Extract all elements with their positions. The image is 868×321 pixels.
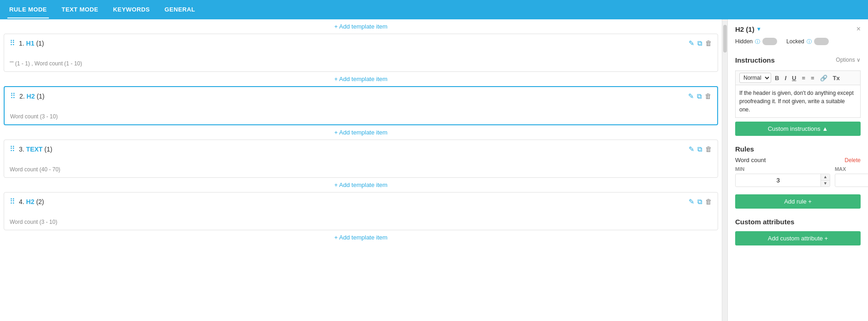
copy-icon-4[interactable]: ⧉ — [697, 198, 702, 206]
block-type-1: H1 — [26, 40, 35, 47]
close-button[interactable]: × — [856, 25, 861, 33]
block-title-row-1: ⠿ 1. H1 (1) — [10, 39, 44, 47]
block-count-2: (1) — [36, 93, 44, 100]
block-title-row-3: ⠿ 3. TEXT (1) — [10, 145, 52, 153]
block-meta-1: "" (1 - 1) , Word count (1 - 10) — [10, 60, 712, 67]
block-title-row-2: ⠿ 2. H2 (1) — [10, 92, 45, 100]
clear-format-button[interactable]: Tx — [831, 74, 842, 82]
right-panel-header: H2 (1) ▾ × — [735, 25, 861, 33]
block-title-1: 1. H1 (1) — [19, 40, 44, 47]
edit-icon-2[interactable]: ✎ — [688, 92, 694, 100]
drag-handle-4[interactable]: ⠿ — [10, 197, 15, 206]
max-input-group: ▲ ▼ — [835, 174, 868, 187]
min-group: MIN ▲ ▼ — [735, 166, 830, 187]
max-label: MAX — [835, 166, 868, 172]
edit-icon-4[interactable]: ✎ — [689, 198, 695, 206]
block-actions-3: ✎ ⧉ 🗑 — [689, 145, 712, 153]
link-button[interactable]: 🔗 — [818, 74, 829, 82]
edit-icon-1[interactable]: ✎ — [689, 39, 695, 47]
block-meta-2: Word count (3 - 10) — [10, 113, 712, 120]
block-count-3: (1) — [44, 146, 52, 153]
unordered-list-button[interactable]: ≡ — [809, 74, 816, 82]
word-count-row: Word count Delete — [735, 157, 861, 163]
toggle-row: Hidden ⓘ Locked ⓘ — [735, 38, 861, 45]
min-decrement[interactable]: ▼ — [821, 181, 830, 187]
add-custom-attribute-button[interactable]: Add custom attribute + — [735, 231, 861, 245]
delete-icon-2[interactable]: 🗑 — [705, 92, 712, 100]
drag-handle-2[interactable]: ⠿ — [10, 92, 16, 100]
block-header-3: ⠿ 3. TEXT (1) ✎ ⧉ 🗑 — [10, 145, 712, 153]
copy-icon-2[interactable]: ⧉ — [697, 92, 702, 100]
block-type-2: H2 — [27, 93, 35, 100]
instructions-text-area[interactable]: If the header is given, don't do anythin… — [735, 85, 861, 118]
min-max-row: MIN ▲ ▼ MAX ▲ ▼ — [735, 166, 861, 187]
min-label: MIN — [735, 166, 830, 172]
min-increment[interactable]: ▲ — [821, 174, 830, 181]
delete-rule-button[interactable]: Delete — [844, 157, 861, 163]
drag-handle-1[interactable]: ⠿ — [10, 39, 15, 47]
hidden-info-icon[interactable]: ⓘ — [755, 38, 760, 45]
block-meta-3: Word count (40 - 70) — [10, 166, 712, 173]
block-actions-2: ✎ ⧉ 🗑 — [688, 92, 712, 100]
block-header-4: ⠿ 4. H2 (2) ✎ ⧉ 🗑 — [10, 197, 712, 206]
underline-button[interactable]: U — [790, 74, 798, 82]
add-rule-button[interactable]: Add rule + — [735, 194, 861, 209]
custom-instructions-button[interactable]: Custom instructions ▲ — [735, 122, 861, 136]
add-template-item-top[interactable]: + Add template item — [0, 19, 722, 34]
block-title-2: 2. H2 (1) — [19, 93, 45, 100]
drag-handle-3[interactable]: ⠿ — [10, 145, 15, 153]
add-template-item-3[interactable]: + Add template item — [0, 125, 722, 140]
custom-attributes-title: Custom attributes — [735, 218, 861, 226]
ordered-list-button[interactable]: ≡ — [800, 74, 807, 82]
bold-button[interactable]: B — [773, 74, 781, 82]
block-title-3: 3. TEXT (1) — [19, 146, 52, 153]
block-text-1: ⠿ 3. TEXT (1) ✎ ⧉ 🗑 Word count (40 - 70) — [4, 140, 718, 178]
nav-text-mode[interactable]: TEXT MODE — [60, 1, 100, 18]
block-header-2: ⠿ 2. H2 (1) ✎ ⧉ 🗑 — [10, 92, 712, 100]
delete-icon-1[interactable]: 🗑 — [705, 39, 712, 47]
edit-icon-3[interactable]: ✎ — [689, 145, 695, 153]
locked-toggle-switch[interactable] — [814, 38, 829, 45]
copy-icon-1[interactable]: ⧉ — [697, 39, 702, 47]
right-panel-title: H2 (1) ▾ — [735, 25, 760, 33]
block-h2-2: ⠿ 4. H2 (2) ✎ ⧉ 🗑 Word count (3 - 10) — [4, 192, 718, 230]
block-meta-4: Word count (3 - 10) — [10, 219, 712, 225]
title-dropdown-arrow[interactable]: ▾ — [757, 26, 760, 32]
format-select[interactable]: Normal — [739, 73, 771, 83]
top-navigation: RULE MODE TEXT MODE KEYWORDS GENERAL — [0, 0, 868, 19]
nav-general[interactable]: GENERAL — [163, 1, 197, 18]
hidden-toggle-switch[interactable] — [762, 38, 777, 45]
block-number-2: 2. — [19, 93, 25, 100]
min-input[interactable] — [736, 175, 820, 186]
delete-icon-3[interactable]: 🗑 — [705, 145, 712, 153]
block-header-1: ⠿ 1. H1 (1) ✎ ⧉ 🗑 — [10, 39, 712, 47]
options-dropdown[interactable]: Options ∨ — [836, 57, 861, 63]
locked-info-icon[interactable]: ⓘ — [807, 38, 812, 45]
italic-button[interactable]: I — [783, 74, 788, 82]
max-group: MAX ▲ ▼ — [835, 166, 868, 187]
instructions-toolbar: Normal B I U ≡ ≡ 🔗 Tx — [735, 70, 861, 85]
max-input[interactable] — [835, 175, 868, 186]
scrollbar-thumb[interactable] — [723, 25, 727, 53]
hidden-label-text: Hidden — [735, 38, 753, 45]
block-type-3: TEXT — [26, 146, 43, 153]
word-count-label: Word count — [735, 157, 766, 163]
main-layout: + Add template item ⠿ 1. H1 (1) ✎ ⧉ 🗑 — [0, 19, 868, 321]
nav-rule-mode[interactable]: RULE MODE — [7, 1, 49, 18]
add-template-item-4[interactable]: + Add template item — [0, 178, 722, 192]
min-input-group: ▲ ▼ — [735, 174, 830, 187]
add-template-item-bottom[interactable]: + Add template item — [0, 230, 722, 245]
add-template-item-2[interactable]: + Add template item — [0, 72, 722, 86]
nav-keywords[interactable]: KEYWORDS — [111, 1, 152, 18]
block-type-4: H2 — [26, 198, 35, 205]
block-number-4: 4. — [19, 198, 24, 205]
instructions-header-row: Instructions Options ∨ — [735, 52, 861, 68]
block-title-row-4: ⠿ 4. H2 (2) — [10, 197, 44, 206]
block-number-1: 1. — [19, 40, 24, 47]
scrollbar-track[interactable] — [722, 19, 727, 321]
rules-section-title: Rules — [735, 145, 861, 153]
delete-icon-4[interactable]: 🗑 — [705, 198, 712, 205]
locked-toggle-label: Locked ⓘ — [786, 38, 829, 45]
left-panel: + Add template item ⠿ 1. H1 (1) ✎ ⧉ 🗑 — [0, 19, 722, 321]
copy-icon-3[interactable]: ⧉ — [697, 145, 702, 153]
